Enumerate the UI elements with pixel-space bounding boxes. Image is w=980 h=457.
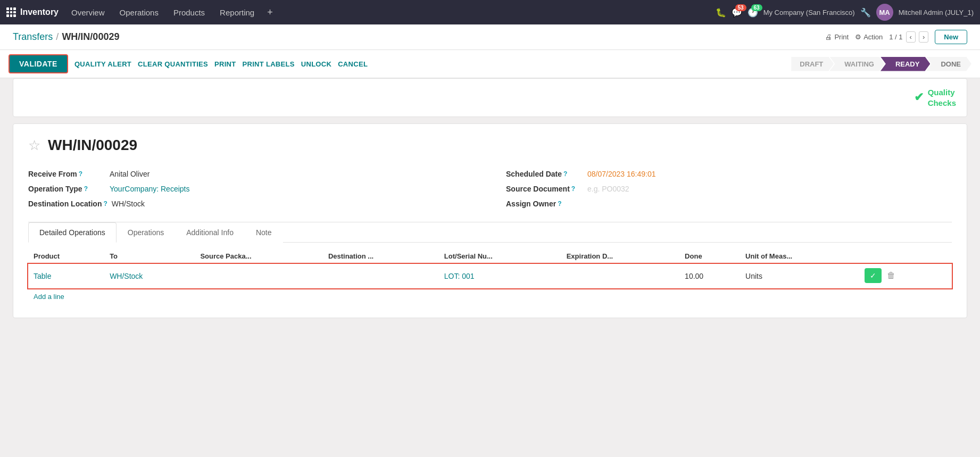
breadcrumb-current: WH/IN/00029	[62, 31, 119, 43]
main-content: ✔ QualityChecks ☆ WH/IN/00029 Receive Fr…	[0, 78, 980, 331]
quality-panel: ✔ QualityChecks	[13, 78, 967, 117]
pager-next[interactable]: ›	[919, 31, 928, 43]
col-product: Product	[28, 249, 104, 264]
topnav: Inventory Overview Operations Products R…	[0, 0, 980, 24]
company-label: My Company (San Francisco)	[763, 9, 855, 16]
row-delete-button[interactable]: 🗑	[884, 269, 899, 282]
receive-from-label: Receive From ?	[28, 170, 105, 178]
operation-type-field: Operation Type ? YourCompany: Receipts	[28, 181, 474, 196]
topnav-right: 🐛 💬 53 🕐 63 My Company (San Francisco) 🔧…	[716, 4, 974, 21]
cancel-button[interactable]: CANCEL	[338, 58, 368, 70]
record-title: WH/IN/00029	[48, 137, 137, 154]
status-step-done[interactable]: DONE	[926, 57, 971, 71]
cell-unit-of-measure: Units	[740, 264, 859, 289]
breadcrumb-parent[interactable]: Transfers	[13, 31, 53, 43]
clear-quantities-button[interactable]: CLEAR QUANTITIES	[138, 58, 208, 70]
breadcrumb-separator: /	[56, 31, 59, 43]
activity-icon[interactable]: 🕐 63	[748, 7, 758, 18]
tabs-container: Detailed OperationsOperationsAdditional …	[28, 222, 952, 305]
scheduled-date-field: Scheduled Date ? 08/07/2023 16:49:01	[506, 167, 952, 181]
operation-type-label: Operation Type ?	[28, 185, 105, 193]
assign-owner-help[interactable]: ?	[558, 200, 561, 207]
action-bar: VALIDATE QUALITY ALERT CLEAR QUANTITIES …	[0, 50, 980, 78]
tab-note[interactable]: Note	[245, 222, 283, 243]
debug-icon[interactable]: 🐛	[716, 7, 726, 18]
col-lot-serial-nu---: Lot/Serial Nu...	[439, 249, 561, 264]
cell-product[interactable]: Table	[28, 264, 104, 289]
destination-location-help[interactable]: ?	[103, 200, 107, 207]
new-button[interactable]: New	[935, 30, 967, 44]
tab-additional-info[interactable]: Additional Info	[175, 222, 245, 243]
nav-products[interactable]: Products	[166, 0, 212, 24]
assign-owner-label: Assign Owner ?	[506, 200, 583, 208]
quality-checks-label: QualityChecks	[928, 87, 956, 108]
nav-operations[interactable]: Operations	[112, 0, 166, 24]
favorite-icon[interactable]: ☆	[28, 137, 40, 154]
cell-destination	[323, 264, 439, 289]
scheduled-date-help[interactable]: ?	[563, 170, 567, 178]
receive-from-field: Receive From ? Anital Oliver	[28, 167, 474, 181]
destination-location-label: Destination Location ?	[28, 200, 107, 208]
tabs-nav: Detailed OperationsOperationsAdditional …	[28, 222, 952, 243]
breadcrumb: Transfers / WH/IN/00029	[13, 31, 119, 43]
form-fields: Receive From ? Anital Oliver Operation T…	[28, 167, 952, 211]
destination-location-field: Destination Location ? WH/Stock	[28, 196, 474, 211]
tab-operations[interactable]: Operations	[117, 222, 175, 243]
receive-from-help[interactable]: ?	[79, 170, 82, 178]
source-document-value: e.g. PO0032	[587, 185, 629, 193]
operations-table: ProductToSource Packa...Destination ...L…	[28, 249, 952, 288]
source-document-help[interactable]: ?	[571, 185, 575, 193]
settings-icon[interactable]: 🔧	[860, 7, 871, 18]
cell-lot-serial[interactable]: LOT: 001	[439, 264, 561, 289]
print-labels-button[interactable]: PRINT LABELS	[243, 58, 295, 70]
col-actions	[859, 249, 952, 264]
operation-type-help[interactable]: ?	[84, 185, 88, 193]
operation-type-value[interactable]: YourCompany: Receipts	[110, 185, 189, 193]
action-button[interactable]: ⚙ Action	[855, 33, 883, 41]
app-logo[interactable]: Inventory	[6, 7, 59, 17]
col-unit-of-meas---: Unit of Meas...	[740, 249, 859, 264]
chat-icon[interactable]: 💬 53	[732, 7, 742, 18]
quality-alert-button[interactable]: QUALITY ALERT	[74, 58, 131, 70]
pager-prev[interactable]: ‹	[906, 31, 916, 43]
col-to: To	[104, 249, 195, 264]
record-title-row: ☆ WH/IN/00029	[28, 137, 952, 154]
print-action-button[interactable]: PRINT	[214, 58, 236, 70]
unlock-button[interactable]: UNLOCK	[301, 58, 331, 70]
form-card: ☆ WH/IN/00029 Receive From ? Anital Oliv…	[13, 123, 967, 318]
cell-to[interactable]: WH/Stock	[104, 264, 195, 289]
print-icon: 🖨	[825, 33, 832, 41]
cell-source-package	[195, 264, 322, 289]
breadcrumb-bar: Transfers / WH/IN/00029 🖨 Print ⚙ Action…	[0, 24, 980, 50]
source-document-label: Source Document ?	[506, 185, 583, 193]
avatar[interactable]: MA	[876, 4, 893, 21]
col-done: Done	[679, 249, 740, 264]
scheduled-date-value: 08/07/2023 16:49:01	[587, 170, 655, 178]
cell-row-actions: ✓🗑	[859, 264, 952, 288]
topnav-menu: Overview Operations Products Reporting +	[64, 0, 278, 24]
status-step-ready[interactable]: READY	[881, 57, 931, 71]
add-line-link[interactable]: Add a line	[28, 288, 70, 305]
table-row: TableWH/StockLOT: 00110.00Units✓🗑	[28, 264, 952, 289]
print-button[interactable]: 🖨 Print	[825, 33, 849, 41]
validate-button[interactable]: VALIDATE	[9, 54, 68, 73]
col-expiration-d---: Expiration D...	[561, 249, 679, 264]
add-menu-button[interactable]: +	[262, 7, 278, 18]
app-name: Inventory	[20, 7, 59, 17]
scheduled-date-label: Scheduled Date ?	[506, 170, 583, 178]
status-step-draft[interactable]: DRAFT	[791, 57, 834, 71]
row-confirm-button[interactable]: ✓	[865, 268, 882, 283]
activity-badge: 63	[751, 4, 762, 11]
col-destination----: Destination ...	[323, 249, 439, 264]
grid-icon	[6, 7, 16, 17]
tab-detailed-operations[interactable]: Detailed Operations	[28, 222, 117, 243]
status-pipeline: DRAFTWAITINGREADYDONE	[791, 57, 971, 71]
cell-expiration	[561, 264, 679, 289]
nav-reporting[interactable]: Reporting	[212, 0, 262, 24]
source-document-field: Source Document ? e.g. PO0032	[506, 181, 952, 196]
status-step-waiting[interactable]: WAITING	[829, 57, 885, 71]
col-source-packa---: Source Packa...	[195, 249, 322, 264]
quality-checks-button[interactable]: ✔ QualityChecks	[914, 87, 956, 108]
nav-overview[interactable]: Overview	[64, 0, 112, 24]
check-icon: ✔	[914, 90, 924, 105]
